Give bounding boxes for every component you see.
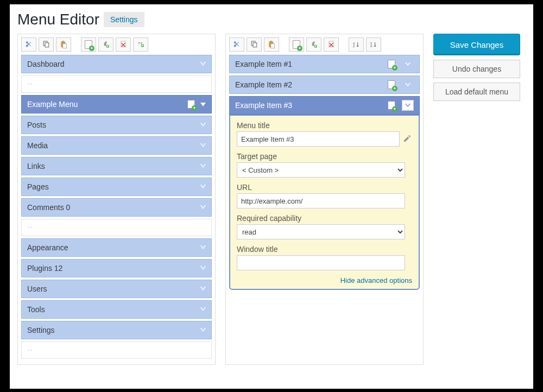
chevron-down-icon bbox=[405, 83, 411, 86]
svg-text:Z: Z bbox=[353, 45, 355, 48]
delete-icon[interactable] bbox=[116, 37, 131, 52]
item-list: Example Item #1Example Item #2Example It… bbox=[229, 55, 420, 290]
new-doc-icon bbox=[388, 60, 395, 68]
svg-point-12 bbox=[28, 227, 29, 228]
menu-item[interactable]: Users bbox=[21, 280, 212, 298]
menu-item-label: Media bbox=[27, 141, 200, 150]
chevron-down-icon[interactable] bbox=[200, 328, 206, 332]
page: Menu Editor Settings DashboardExample Me… bbox=[10, 4, 533, 389]
chevron-down-icon[interactable] bbox=[200, 267, 206, 270]
menu-item[interactable]: Media bbox=[21, 136, 212, 155]
page-title: Menu Editor bbox=[17, 11, 99, 28]
menu-separator[interactable] bbox=[21, 75, 212, 93]
menu-item-label: Posts bbox=[27, 121, 200, 129]
menu-item[interactable]: Settings bbox=[21, 321, 212, 339]
submenu-item[interactable]: Example Item #2 bbox=[229, 75, 420, 94]
svg-rect-19 bbox=[270, 41, 272, 42]
toolbar-right: AZ ZA bbox=[229, 37, 420, 52]
undo-button[interactable]: Undo changes bbox=[433, 60, 520, 78]
window-title-label: Window title bbox=[237, 245, 412, 254]
copy-icon[interactable] bbox=[39, 37, 54, 52]
menu-item-label: Dashboard bbox=[27, 60, 200, 68]
chevron-down-icon[interactable] bbox=[200, 165, 206, 168]
new-doc-icon bbox=[187, 100, 195, 109]
copy-icon[interactable] bbox=[247, 37, 262, 52]
expand-toggle[interactable] bbox=[402, 100, 414, 111]
chevron-down-icon[interactable] bbox=[200, 62, 206, 66]
paste-icon[interactable] bbox=[264, 37, 279, 52]
svg-point-11 bbox=[30, 84, 31, 85]
chevron-down-icon[interactable] bbox=[200, 103, 206, 106]
menu-list: DashboardExample MenuPostsMediaLinksPage… bbox=[21, 55, 212, 359]
menu-item[interactable]: Plugins 12 bbox=[21, 259, 212, 277]
new-plugin-icon[interactable] bbox=[98, 37, 113, 52]
load-default-button[interactable]: Load default menu bbox=[433, 83, 520, 101]
expand-toggle[interactable] bbox=[402, 59, 414, 69]
window-title-field[interactable] bbox=[237, 255, 405, 270]
menu-item-label: Settings bbox=[27, 326, 200, 334]
sort-desc-icon[interactable]: ZA bbox=[366, 37, 381, 52]
menu-item-label: Comments 0 bbox=[27, 203, 200, 212]
target-page-label: Target page bbox=[237, 152, 412, 161]
menu-item[interactable]: Tools bbox=[21, 300, 212, 319]
chevron-down-icon[interactable] bbox=[200, 308, 206, 312]
target-page-select[interactable]: < Custom > bbox=[237, 162, 405, 178]
menu-item-label: Appearance bbox=[27, 243, 200, 252]
svg-point-8 bbox=[141, 42, 142, 44]
menu-item[interactable]: Appearance bbox=[21, 238, 212, 257]
cut-icon[interactable] bbox=[21, 37, 36, 52]
hide-advanced-link[interactable]: Hide advanced options bbox=[340, 276, 412, 284]
svg-rect-1 bbox=[45, 43, 49, 47]
edit-icon[interactable] bbox=[403, 134, 412, 144]
svg-rect-3 bbox=[62, 41, 64, 42]
new-menu-icon[interactable] bbox=[81, 37, 96, 52]
menu-title-field[interactable] bbox=[237, 131, 400, 147]
paste-icon[interactable] bbox=[56, 37, 71, 52]
menu-item-label: Example Menu bbox=[27, 100, 187, 109]
menu-item[interactable]: Pages bbox=[21, 178, 212, 196]
submenu-item-label: Example Item #1 bbox=[235, 60, 388, 68]
chevron-down-icon[interactable] bbox=[200, 206, 206, 210]
menu-item[interactable]: Example Menu bbox=[21, 95, 212, 113]
url-label: URL bbox=[237, 183, 412, 192]
item-editor-panel: Menu title Target page < Custom > URL bbox=[229, 115, 420, 290]
chevron-down-icon bbox=[405, 104, 411, 107]
toolbar-left bbox=[21, 37, 212, 52]
svg-rect-20 bbox=[271, 44, 275, 48]
menu-item-label: Links bbox=[27, 162, 200, 170]
svg-point-7 bbox=[138, 42, 140, 44]
tab-settings[interactable]: Settings bbox=[104, 12, 144, 27]
cut-icon[interactable] bbox=[229, 37, 244, 52]
menu-separator[interactable] bbox=[21, 219, 212, 236]
chevron-down-icon[interactable] bbox=[200, 246, 206, 250]
menu-separator[interactable] bbox=[21, 342, 212, 359]
chevron-down-icon[interactable] bbox=[200, 287, 206, 291]
svg-rect-17 bbox=[253, 43, 257, 47]
delete-icon[interactable] bbox=[324, 37, 339, 52]
menu-item-label: Pages bbox=[27, 182, 200, 191]
items-column: AZ ZA Example Item #1Example Item #2Exam… bbox=[225, 34, 424, 365]
menu-item[interactable]: Posts bbox=[21, 116, 212, 134]
menu-item-label: Users bbox=[27, 284, 200, 293]
new-plugin-icon[interactable] bbox=[306, 37, 321, 52]
menu-column: DashboardExample MenuPostsMediaLinksPage… bbox=[17, 34, 216, 365]
menu-item-label: Tools bbox=[27, 305, 200, 314]
add-separator-icon[interactable] bbox=[133, 37, 148, 52]
sort-asc-icon[interactable]: AZ bbox=[349, 37, 364, 52]
menu-item[interactable]: Links bbox=[21, 157, 212, 175]
new-item-icon[interactable] bbox=[289, 37, 304, 52]
chevron-down-icon[interactable] bbox=[200, 123, 206, 127]
chevron-down-icon[interactable] bbox=[200, 144, 206, 148]
svg-point-10 bbox=[28, 84, 29, 85]
capability-select[interactable]: read bbox=[237, 224, 405, 239]
menu-item[interactable]: Comments 0 bbox=[21, 198, 212, 217]
chevron-down-icon[interactable] bbox=[200, 185, 206, 189]
submenu-item[interactable]: Example Item #1 bbox=[229, 55, 420, 73]
expand-toggle[interactable] bbox=[402, 79, 414, 90]
submenu-item[interactable]: Example Item #3 bbox=[229, 96, 420, 115]
save-button[interactable]: Save Changes bbox=[433, 34, 520, 55]
menu-item[interactable]: Dashboard bbox=[21, 55, 212, 73]
svg-point-15 bbox=[30, 350, 31, 351]
svg-rect-4 bbox=[63, 44, 67, 48]
url-field[interactable] bbox=[237, 193, 405, 208]
